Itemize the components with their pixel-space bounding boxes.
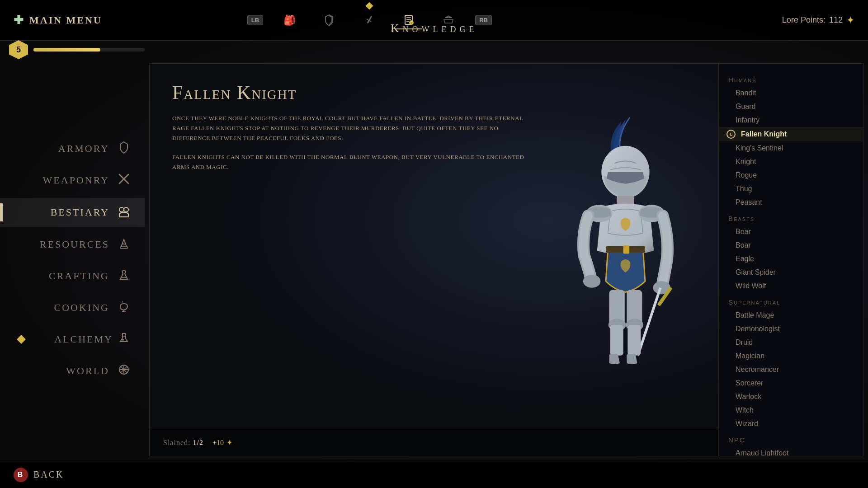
svg-rect-39	[610, 325, 623, 356]
entry-description-p2: Fallen Knights can not be killed with th…	[172, 152, 528, 172]
lore-points: Lore Points: 112 ✦	[782, 14, 854, 26]
list-entry-peasant[interactable]: Peasant	[719, 196, 863, 209]
sidebar-item-cooking[interactable]: Cooking	[0, 294, 145, 322]
active-indicator	[0, 203, 3, 221]
list-entry-demonologist[interactable]: Demonologist	[719, 322, 863, 336]
page-title: Knowledge	[391, 22, 478, 35]
rb-button[interactable]: RB	[475, 15, 492, 25]
entry-title: Fallen Knight	[172, 82, 297, 103]
sidebar-weaponry-label: Weaponry	[43, 174, 109, 186]
slain-value: 1/2	[193, 439, 203, 446]
list-entry-witch[interactable]: Witch	[719, 404, 863, 417]
sidebar-item-world[interactable]: World	[0, 357, 145, 385]
xp-bar-fill	[33, 48, 100, 52]
list-entry-king's-sentinel[interactable]: King's Sentinel	[719, 141, 863, 155]
nav-tab-armor[interactable]	[316, 12, 342, 29]
resources-icon	[117, 237, 131, 252]
list-entry-rogue[interactable]: Rogue	[719, 169, 863, 182]
sidebar-item-crafting[interactable]: Crafting	[0, 262, 145, 290]
category-header-beasts: Beasts	[719, 209, 863, 225]
bottom-bar: B BACK	[0, 461, 868, 488]
alchemy-diamond-icon	[17, 335, 26, 344]
list-entry-warlock[interactable]: Warlock	[719, 390, 863, 404]
list-entry-bandit[interactable]: Bandit	[719, 86, 863, 100]
list-entry-boar[interactable]: Boar	[719, 239, 863, 252]
reward-value: +10	[212, 439, 224, 447]
sidebar-resources-label: Resources	[40, 239, 109, 250]
sidebar-crafting-label: Crafting	[49, 270, 109, 282]
category-header-npc: NPC	[719, 431, 863, 446]
lore-points-label: Lore Points:	[782, 15, 826, 25]
b-icon: B	[14, 468, 28, 482]
sidebar-item-armory[interactable]: Armory	[0, 135, 145, 163]
entry-label: Fallen Knight	[741, 130, 787, 138]
sidebar-item-alchemy[interactable]: Alchemy	[0, 325, 145, 353]
cooking-icon	[117, 300, 131, 315]
bestiary-icon	[117, 204, 131, 221]
list-entry-infantry[interactable]: Infantry	[719, 113, 863, 127]
list-entry-arnaud-lightfoot[interactable]: Arnaud Lightfoot	[719, 446, 863, 456]
entry-description-p1: Once they were noble knights of the Roya…	[172, 113, 528, 143]
sidebar-item-resources[interactable]: Resources	[0, 230, 145, 258]
svg-rect-33	[623, 245, 630, 253]
svg-rect-13	[120, 247, 127, 249]
list-entry-druid[interactable]: Druid	[719, 336, 863, 349]
list-entry-giant-spider[interactable]: Giant Spider	[719, 266, 863, 279]
lore-star-icon: ✦	[846, 14, 854, 26]
entry-description: Once they were noble knights of the Roya…	[172, 113, 528, 181]
svg-point-11	[124, 207, 128, 212]
svg-point-10	[119, 207, 124, 212]
center-panel: Fallen Knight Once they were noble knigh…	[149, 63, 719, 456]
list-entry-eagle[interactable]: Eagle	[719, 252, 863, 266]
sidebar: Armory Weaponry Bestiary Resources	[0, 59, 145, 461]
list-entry-necromancer[interactable]: Necromancer	[719, 363, 863, 376]
sidebar-item-weaponry[interactable]: Weaponry	[0, 166, 145, 194]
armor-icon	[323, 14, 335, 27]
nav-tab-bag[interactable]: 🎒	[277, 12, 302, 28]
selected-entry-row: Fallen Knight	[736, 130, 854, 139]
main-content: Fallen Knight Once they were noble knigh…	[145, 59, 868, 461]
list-entry-wizard[interactable]: Wizard	[719, 417, 863, 431]
lore-points-value: 112	[829, 15, 843, 25]
slain-label: Slained: 1/2	[163, 439, 203, 447]
level-bar: 5	[0, 41, 145, 59]
list-entry-wild-wolf[interactable]: Wild Wolf	[719, 279, 863, 293]
armory-icon	[117, 141, 131, 156]
right-panel[interactable]: HumansBanditGuardInfantryFallen KnightKi…	[719, 63, 863, 456]
list-entry-magician[interactable]: Magician	[719, 349, 863, 363]
category-header-humans: Humans	[719, 70, 863, 86]
svg-point-29	[583, 275, 601, 288]
crafting-icon	[117, 268, 131, 284]
nav-tab-weapon[interactable]	[356, 12, 382, 29]
level-badge: 5	[9, 40, 28, 59]
back-button[interactable]: B BACK	[14, 468, 64, 482]
category-header-supernatural: Supernatural	[719, 293, 863, 309]
list-entry-bear[interactable]: Bear	[719, 225, 863, 239]
reward-badge: +10 ✦	[212, 438, 232, 447]
xp-bar	[33, 48, 145, 52]
main-menu-label: MAIN MENU	[29, 14, 102, 26]
knight-svg	[542, 115, 696, 377]
main-menu-button[interactable]: ✚ MAIN MENU	[14, 13, 102, 27]
list-entry-guard[interactable]: Guard	[719, 100, 863, 113]
sidebar-item-bestiary[interactable]: Bestiary	[0, 198, 145, 227]
reward-star-icon: ✦	[226, 438, 232, 447]
sidebar-cooking-label: Cooking	[54, 302, 109, 314]
list-entry-fallen-knight[interactable]: Fallen Knight	[719, 127, 863, 141]
svg-point-18	[122, 339, 124, 341]
main-menu-icon: ✚	[14, 13, 25, 27]
active-tab-indicator	[366, 2, 373, 9]
list-entry-knight[interactable]: Knight	[719, 155, 863, 169]
world-icon	[117, 363, 131, 379]
alchemy-icon	[117, 332, 131, 347]
bag-icon: 🎒	[283, 14, 296, 26]
center-bottom-bar: Slained: 1/2 +10 ✦	[150, 429, 718, 456]
sidebar-alchemy-label: Alchemy	[54, 333, 113, 345]
weaponry-icon	[117, 173, 131, 188]
list-entry-sorcerer[interactable]: Sorcerer	[719, 376, 863, 390]
selected-indicator	[726, 130, 736, 139]
lb-button[interactable]: LB	[247, 15, 263, 25]
knight-figure	[528, 73, 709, 420]
list-entry-battle-mage[interactable]: Battle Mage	[719, 309, 863, 322]
list-entry-thug[interactable]: Thug	[719, 182, 863, 196]
